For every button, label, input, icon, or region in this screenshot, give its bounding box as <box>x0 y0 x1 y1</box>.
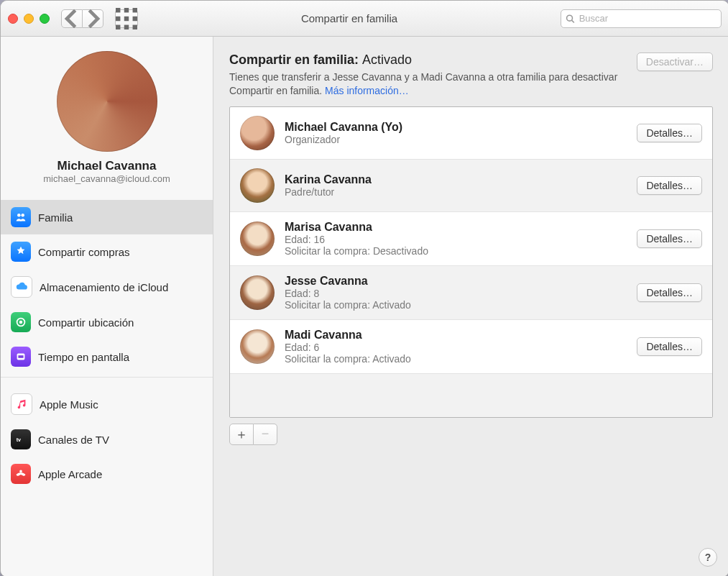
user-name: Michael Cavanna <box>8 159 206 173</box>
member-avatar <box>240 221 275 256</box>
svg-point-14 <box>19 321 23 324</box>
svg-rect-8 <box>133 24 137 29</box>
window-title: Compartir en familia <box>145 12 553 24</box>
sidebar-item-arcade[interactable]: Apple Arcade <box>1 457 213 491</box>
table-row[interactable]: Michael Cavanna (Yo) Organizador Detalle… <box>230 107 712 160</box>
profile: Michael Cavanna michael_cavanna@icloud.c… <box>1 37 213 194</box>
member-avatar <box>240 116 275 150</box>
sidebar-item-compras[interactable]: Compartir compras <box>1 234 213 269</box>
chevron-right-icon <box>83 9 103 29</box>
music-icon <box>11 393 32 415</box>
svg-rect-16 <box>18 355 23 358</box>
minimize-window-button[interactable] <box>24 14 34 24</box>
table-row[interactable]: Karina Cavanna Padre/tutor Detalles… <box>230 160 712 212</box>
member-age-line: Edad: 16 <box>285 234 627 245</box>
member-ask-line: Solicitar la compra: Activado <box>285 353 627 365</box>
member-age-line: Edad: 6 <box>285 342 627 353</box>
appstore-icon <box>11 242 31 262</box>
member-avatar <box>240 275 275 310</box>
details-button[interactable]: Detalles… <box>637 176 702 195</box>
age-value: 6 <box>313 342 319 353</box>
table-row[interactable]: Marisa Cavanna Edad: 16 Solicitar la com… <box>230 212 712 266</box>
ask-label: Solicitar la compra: <box>285 245 370 257</box>
more-info-link[interactable]: Más información… <box>325 85 409 96</box>
member-name: Jesse Cavanna <box>285 275 627 288</box>
table-row[interactable]: Jesse Cavanna Edad: 8 Solicitar la compr… <box>230 266 712 320</box>
svg-point-11 <box>17 214 21 217</box>
sidebar-separator <box>1 377 213 378</box>
sidebar-item-label: Apple Arcade <box>38 468 102 480</box>
ask-value: Activado <box>372 299 411 311</box>
page-description: Tienes que transferir a Jesse Cavanna y … <box>229 70 630 98</box>
window-controls <box>8 14 50 24</box>
ask-label: Solicitar la compra: <box>285 299 370 311</box>
add-member-button[interactable]: ＋ <box>229 424 254 445</box>
svg-rect-5 <box>133 16 137 20</box>
sidebar-item-familia[interactable]: Familia <box>1 200 213 234</box>
table-spacer <box>230 374 712 417</box>
zoom-window-button[interactable] <box>40 14 50 24</box>
sidebar-item-tv[interactable]: tv Canales de TV <box>1 422 213 457</box>
help-icon: ? <box>705 552 711 563</box>
svg-line-10 <box>572 20 574 22</box>
member-age-line: Edad: 8 <box>285 288 627 299</box>
grid-icon <box>116 8 137 29</box>
table-row[interactable]: Madi Cavanna Edad: 6 Solicitar la compra… <box>230 320 712 374</box>
forward-button[interactable] <box>83 9 103 28</box>
sidebar-item-label: Compartir ubicación <box>38 316 134 329</box>
svg-rect-4 <box>124 16 129 20</box>
sidebar-item-icloud[interactable]: Almacenamiento de iCloud <box>1 269 213 305</box>
details-button[interactable]: Detalles… <box>637 229 702 248</box>
svg-rect-0 <box>116 8 120 12</box>
user-avatar <box>57 51 157 152</box>
details-button[interactable]: Detalles… <box>637 283 702 302</box>
sidebar-item-label: Apple Music <box>40 398 98 411</box>
details-button[interactable]: Detalles… <box>637 124 702 142</box>
close-window-button[interactable] <box>8 14 18 24</box>
svg-rect-7 <box>124 24 129 29</box>
page-title: Compartir en familia: Activado <box>229 52 630 68</box>
age-label: Edad: <box>285 342 311 353</box>
show-all-prefs-button[interactable] <box>115 9 138 28</box>
svg-text:tv: tv <box>17 436 21 443</box>
sidebar-item-label: Tiempo en pantalla <box>38 351 129 363</box>
sidebar-item-ubicacion[interactable]: Compartir ubicación <box>1 305 213 339</box>
titlebar: Compartir en familia <box>1 1 728 37</box>
back-button[interactable] <box>61 9 83 28</box>
sidebar-item-label: Familia <box>38 211 73 224</box>
details-button[interactable]: Detalles… <box>637 337 702 356</box>
ask-value: Activado <box>372 353 411 365</box>
member-name: Karina Cavanna <box>285 173 627 186</box>
search-input[interactable] <box>578 12 717 24</box>
svg-rect-2 <box>133 8 137 12</box>
age-label: Edad: <box>285 288 311 299</box>
plus-icon: ＋ <box>235 426 248 443</box>
sidebar-item-label: Canales de TV <box>38 434 109 446</box>
sidebar-item-tiempo[interactable]: Tiempo en pantalla <box>1 339 213 374</box>
chevron-left-icon <box>62 9 82 29</box>
member-avatar <box>240 329 275 364</box>
deactivate-button[interactable]: Desactivar… <box>637 52 713 71</box>
cloud-icon <box>11 276 32 298</box>
sidebar-item-label: Compartir compras <box>38 246 130 258</box>
search-field[interactable] <box>561 9 722 28</box>
svg-point-12 <box>21 214 24 217</box>
search-icon <box>566 14 575 24</box>
member-role: Organizador <box>285 134 627 145</box>
svg-rect-1 <box>124 8 129 12</box>
svg-rect-6 <box>116 24 120 29</box>
sidebar-list-2: Apple Music tv Canales de TV Apple Arcad… <box>1 386 213 491</box>
help-button[interactable]: ? <box>699 548 717 567</box>
table-controls: ＋ − <box>229 424 713 445</box>
age-value: 8 <box>313 288 319 299</box>
heading-state: Activado <box>362 52 412 67</box>
minus-icon: − <box>262 426 269 442</box>
location-icon <box>11 312 31 332</box>
member-name: Madi Cavanna <box>285 329 627 342</box>
sidebar-item-music[interactable]: Apple Music <box>1 386 213 422</box>
member-avatar <box>240 168 275 203</box>
nav-buttons <box>61 9 103 28</box>
member-name: Michael Cavanna (Yo) <box>285 121 627 134</box>
member-name: Marisa Cavanna <box>285 221 627 234</box>
remove-member-button[interactable]: − <box>254 424 277 445</box>
